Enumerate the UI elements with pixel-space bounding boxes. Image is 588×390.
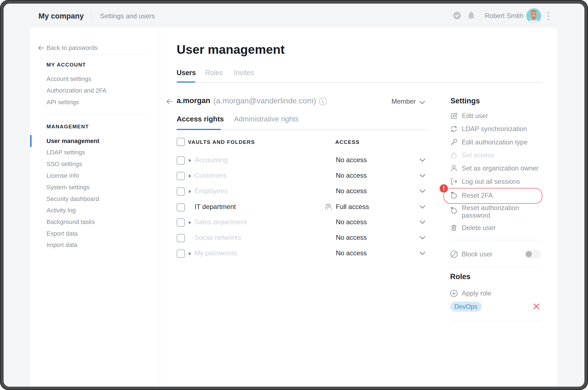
svg-text:L: L (322, 99, 324, 104)
